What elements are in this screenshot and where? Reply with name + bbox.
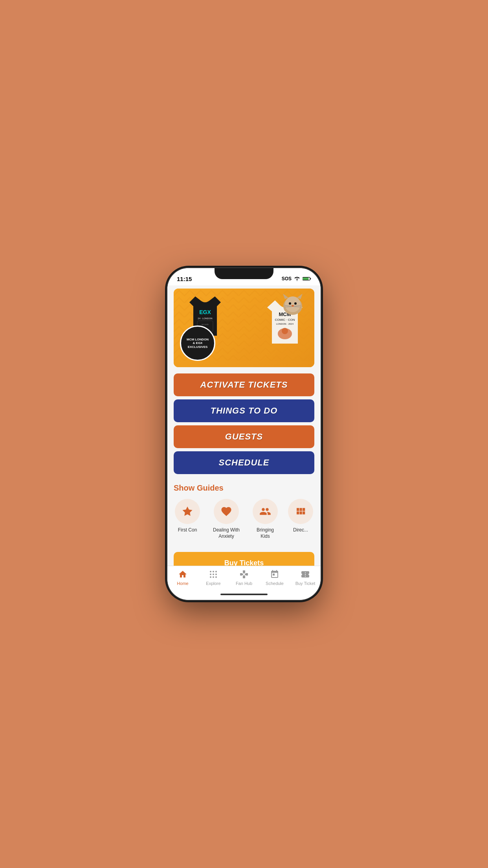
svg-point-30 [210, 576, 211, 578]
calendar-icon [270, 570, 279, 579]
star-icon [182, 506, 193, 517]
explore-nav-icon [208, 569, 218, 579]
svg-point-31 [213, 576, 214, 578]
home-icon [178, 570, 187, 579]
status-icons: SOS [282, 276, 311, 281]
ticket-nav-icon [300, 569, 310, 579]
svg-text:EGX: EGX [199, 309, 211, 315]
nav-schedule[interactable]: Schedule [263, 569, 286, 586]
guide-item-first-con[interactable]: First Con [174, 499, 201, 539]
heart-icon [220, 506, 232, 517]
home-indicator [220, 594, 268, 595]
home-nav-icon [178, 569, 188, 579]
kids-icon-circle [253, 499, 278, 524]
cat-plush [279, 291, 306, 318]
show-guides-section: Show Guides First Con [167, 477, 321, 546]
fan-hub-nav-label: Fan Hub [236, 581, 252, 586]
svg-point-28 [213, 574, 214, 575]
schedule-button[interactable]: SCHEDULE [174, 451, 314, 474]
svg-text:arcade: arcade [202, 323, 209, 326]
svg-text:COMIC · CON: COMIC · CON [275, 318, 295, 322]
buy-tickets-label: Buy Tickets [224, 559, 264, 566]
mcm-exclusives-badge: MCM LONDON & EGX EXCLUSIVES [180, 326, 215, 361]
first-con-label: First Con [178, 527, 197, 533]
guide-item-directory[interactable]: Direc... [287, 499, 314, 539]
svg-text:LONDON · 2024: LONDON · 2024 [276, 323, 294, 325]
things-to-do-label: THINGS TO DO [211, 406, 278, 416]
grid-icon [295, 506, 306, 517]
nav-explore[interactable]: Explore [202, 569, 225, 586]
buy-tickets-section: Buy Tickets [167, 546, 321, 566]
people-icon [259, 506, 271, 517]
svg-point-19 [292, 305, 294, 307]
battery-icon [303, 276, 311, 281]
scroll-content[interactable]: EGX 24 · LONDON arcade MCM COMIC · CON L [167, 285, 321, 566]
svg-point-25 [213, 571, 214, 572]
svg-point-18 [294, 302, 297, 305]
activate-tickets-button[interactable]: ACTIVATE TICKETS [174, 373, 314, 396]
svg-point-32 [215, 576, 217, 578]
ticket-icon [301, 570, 310, 579]
guide-item-kids[interactable]: Bringing Kids [251, 499, 279, 539]
svg-point-12 [282, 328, 288, 334]
schedule-label: SCHEDULE [218, 458, 269, 467]
badge-text: MCM LONDON & EGX EXCLUSIVES [187, 338, 209, 349]
svg-point-27 [210, 574, 211, 575]
status-time: 11:15 [177, 276, 192, 282]
svg-point-17 [289, 302, 291, 305]
notch [215, 268, 273, 279]
schedule-nav-icon [270, 569, 280, 579]
anxiety-icon-circle [214, 499, 239, 524]
dots-grid-icon [209, 570, 218, 579]
guide-item-anxiety[interactable]: Dealing With Anxiety [209, 499, 244, 539]
svg-text:24 · LONDON: 24 · LONDON [198, 317, 212, 320]
home-nav-label: Home [177, 581, 188, 586]
things-to-do-button[interactable]: THINGS TO DO [174, 399, 314, 422]
fan-hub-nav-icon [239, 569, 249, 579]
first-con-icon-circle [175, 499, 200, 524]
directory-label: Direc... [293, 527, 308, 533]
svg-point-29 [215, 574, 217, 575]
buy-tickets-button[interactable]: Buy Tickets [174, 552, 314, 566]
nav-fan-hub[interactable]: Fan Hub [232, 569, 256, 586]
guests-label: GUESTS [225, 432, 263, 441]
svg-point-14 [285, 296, 301, 312]
schedule-nav-label: Schedule [266, 581, 284, 586]
svg-rect-2 [303, 278, 309, 280]
bottom-nav: Home Explore [167, 566, 321, 594]
gamepad-icon [239, 570, 249, 579]
nav-home[interactable]: Home [171, 569, 194, 586]
action-buttons: ACTIVATE TICKETS THINGS TO DO GUESTS SCH… [167, 370, 321, 477]
wifi-icon [294, 276, 300, 281]
guides-scroll[interactable]: First Con Dealing With Anxiety [174, 499, 314, 542]
anxiety-label: Dealing With Anxiety [209, 527, 244, 539]
buy-ticket-nav-label: Buy Ticket [295, 581, 316, 586]
svg-rect-1 [310, 278, 311, 280]
explore-nav-label: Explore [206, 581, 220, 586]
activate-tickets-label: ACTIVATE TICKETS [200, 380, 288, 390]
directory-icon-circle [288, 499, 313, 524]
phone-frame: 11:15 SOS [167, 268, 321, 600]
svg-point-24 [210, 571, 211, 572]
guests-button[interactable]: GUESTS [174, 425, 314, 448]
phone-screen: 11:15 SOS [167, 268, 321, 600]
hero-banner: EGX 24 · LONDON arcade MCM COMIC · CON L [174, 289, 314, 367]
nav-buy-ticket[interactable]: Buy Ticket [294, 569, 317, 586]
svg-point-26 [215, 571, 217, 572]
show-guides-title: Show Guides [174, 484, 314, 493]
sos-label: SOS [282, 276, 292, 281]
kids-label: Bringing Kids [251, 527, 279, 539]
